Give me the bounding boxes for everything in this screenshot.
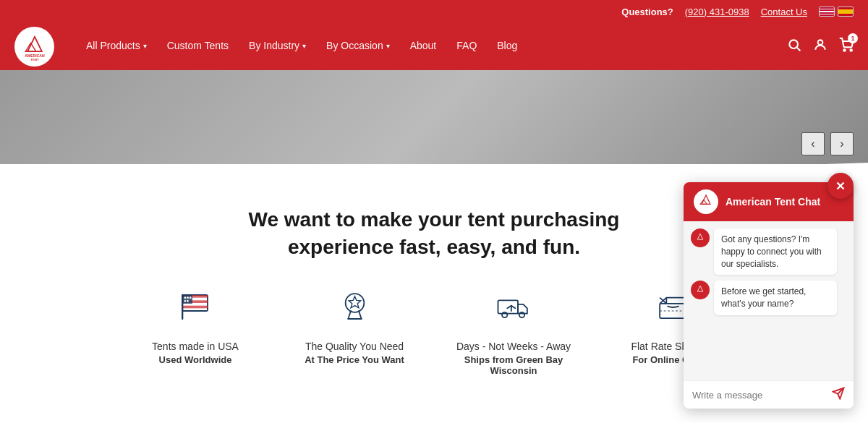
chat-footer: [684, 380, 854, 409]
nav-icons: 1: [787, 38, 854, 56]
search-button[interactable]: [787, 38, 801, 56]
svg-point-9: [850, 49, 852, 51]
cart-button[interactable]: 1: [839, 38, 854, 56]
svg-line-24: [359, 311, 362, 319]
flag-us-icon[interactable]: [819, 7, 835, 17]
feature-quality: The Quality You Need At The Price You Wa…: [297, 287, 412, 376]
nav-all-products[interactable]: All Products ▾: [76, 23, 157, 70]
feature-shipping-speed: Days - Not Weeks - Away Ships from Green…: [456, 287, 571, 376]
svg-rect-14: [182, 295, 192, 304]
nav-by-industry[interactable]: By Industry ▾: [239, 23, 316, 70]
nav-custom-tents[interactable]: Custom Tents: [157, 23, 239, 70]
svg-point-17: [189, 296, 191, 299]
svg-point-8: [843, 49, 846, 51]
nav-links: All Products ▾ Custom Tents By Industry …: [76, 23, 787, 70]
chat-bubble-1: Got any questions? I'm happy to connect …: [714, 228, 837, 275]
svg-point-7: [818, 40, 823, 45]
svg-marker-22: [349, 296, 361, 307]
svg-point-5: [789, 40, 798, 48]
chat-body: Got any questions? I'm happy to connect …: [684, 221, 854, 380]
chat-send-button[interactable]: [832, 387, 845, 403]
logo-circle: AMERICAN TENT: [14, 27, 54, 67]
svg-point-19: [187, 299, 189, 302]
chat-bot-avatar: [691, 228, 710, 247]
hero-prev-button[interactable]: ‹: [801, 132, 825, 155]
feature-3-title: Days - Not Weeks - Away: [456, 341, 571, 352]
contact-us-link[interactable]: Contact Us: [761, 7, 807, 17]
nav-faq[interactable]: FAQ: [446, 23, 487, 70]
hero-next-button[interactable]: ›: [830, 132, 854, 155]
chat-avatar: [694, 189, 718, 214]
chat-bubble-2: Before we get started, what's your name?: [714, 281, 837, 315]
logo[interactable]: AMERICAN TENT: [14, 27, 54, 67]
chevron-down-icon: ▾: [302, 42, 306, 50]
chevron-down-icon: ▾: [143, 42, 147, 50]
chat-message-1: Got any questions? I'm happy to connect …: [691, 228, 846, 275]
feature-1-subtitle: Used Worldwide: [159, 354, 232, 365]
nav-about[interactable]: About: [400, 23, 447, 70]
chat-message-2: Before we get started, what's your name?: [691, 281, 846, 315]
chat-input[interactable]: [692, 390, 832, 401]
nav-blog[interactable]: Blog: [487, 23, 527, 70]
feature-2-title: The Quality You Need: [305, 341, 404, 352]
svg-point-16: [187, 296, 189, 299]
questions-label: Questions?: [621, 7, 673, 17]
phone-number[interactable]: (920) 431-0938: [685, 7, 749, 17]
chevron-down-icon: ▾: [386, 42, 390, 50]
account-button[interactable]: [813, 38, 827, 56]
main-nav: AMERICAN TENT All Products ▾ Custom Tent…: [0, 23, 868, 70]
chat-title: American Tent Chat: [726, 196, 820, 208]
chat-bot-avatar-2: [691, 281, 710, 299]
feature-2-subtitle: At The Price You Want: [305, 354, 404, 365]
flag-es-icon[interactable]: [838, 7, 854, 17]
feature-1-title: Tents made in USA: [152, 341, 239, 352]
nav-by-occasion[interactable]: By Occasion ▾: [316, 23, 400, 70]
svg-point-18: [184, 299, 186, 302]
svg-text:AMERICAN: AMERICAN: [25, 54, 45, 58]
feature-3-subtitle: Ships from Green Bay Wisconsin: [456, 354, 571, 376]
cart-count-badge: 1: [848, 33, 858, 43]
hero-background: [0, 70, 868, 164]
award-icon: [333, 287, 376, 330]
language-flags: [819, 7, 854, 17]
svg-rect-13: [182, 305, 208, 308]
hero-slider: ‹ ›: [0, 70, 868, 164]
feature-made-in-usa: Tents made in USA Used Worldwide: [137, 287, 253, 376]
truck-icon: [492, 287, 535, 330]
flag-icon: [174, 287, 217, 330]
top-bar: Questions? (920) 431-0938 Contact Us: [0, 0, 868, 23]
chat-widget: American Tent Chat Got any questions? I'…: [684, 182, 854, 409]
svg-point-15: [184, 296, 186, 299]
svg-text:TENT: TENT: [30, 58, 39, 61]
chat-close-button[interactable]: [827, 173, 854, 199]
svg-line-6: [797, 48, 801, 51]
svg-line-23: [348, 311, 351, 319]
svg-rect-26: [498, 300, 518, 313]
hero-navigation: ‹ ›: [801, 132, 854, 155]
